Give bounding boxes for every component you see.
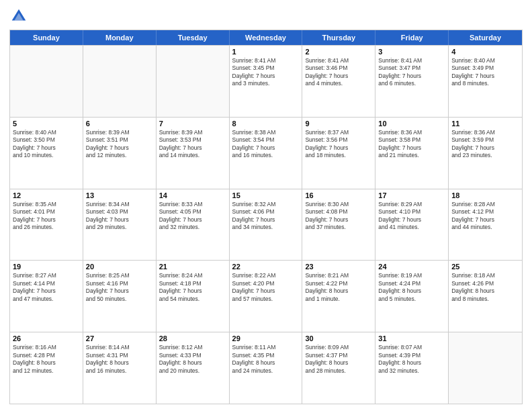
day-info: Sunrise: 8:41 AM Sunset: 3:46 PM Dayligh… (305, 57, 372, 88)
day-number: 9 (305, 120, 372, 128)
logo-icon (9, 7, 28, 26)
day-cell-26: 26Sunrise: 8:16 AM Sunset: 4:28 PM Dayli… (10, 332, 83, 404)
day-cell-1: 1Sunrise: 8:41 AM Sunset: 3:45 PM Daylig… (230, 46, 303, 117)
day-info: Sunrise: 8:34 AM Sunset: 4:03 PM Dayligh… (86, 201, 153, 232)
day-cell-2: 2Sunrise: 8:41 AM Sunset: 3:46 PM Daylig… (302, 46, 375, 117)
day-cell-24: 24Sunrise: 8:19 AM Sunset: 4:24 PM Dayli… (375, 261, 449, 332)
day-number: 4 (451, 48, 519, 56)
day-info: Sunrise: 8:37 AM Sunset: 3:56 PM Dayligh… (305, 129, 372, 160)
day-cell-15: 15Sunrise: 8:32 AM Sunset: 4:06 PM Dayli… (230, 189, 303, 261)
day-info: Sunrise: 8:39 AM Sunset: 3:51 PM Dayligh… (86, 129, 153, 160)
day-info: Sunrise: 8:41 AM Sunset: 3:47 PM Dayligh… (378, 57, 445, 88)
day-cell-10: 10Sunrise: 8:36 AM Sunset: 3:58 PM Dayli… (375, 118, 449, 189)
day-cell-18: 18Sunrise: 8:28 AM Sunset: 4:12 PM Dayli… (449, 189, 522, 261)
empty-cell-4-6 (449, 332, 522, 404)
day-number: 19 (13, 263, 80, 271)
header (9, 7, 523, 26)
day-number: 5 (13, 120, 80, 128)
day-number: 30 (305, 334, 372, 342)
day-number: 22 (232, 263, 300, 271)
day-info: Sunrise: 8:41 AM Sunset: 3:45 PM Dayligh… (232, 57, 300, 88)
day-info: Sunrise: 8:40 AM Sunset: 3:49 PM Dayligh… (451, 57, 519, 88)
day-cell-31: 31Sunrise: 8:07 AM Sunset: 4:39 PM Dayli… (375, 332, 449, 404)
day-cell-4: 4Sunrise: 8:40 AM Sunset: 3:49 PM Daylig… (449, 46, 522, 117)
day-info: Sunrise: 8:39 AM Sunset: 3:53 PM Dayligh… (159, 129, 226, 160)
empty-cell-0-2 (157, 46, 230, 117)
empty-cell-0-1 (83, 46, 157, 117)
day-number: 24 (378, 263, 445, 271)
day-info: Sunrise: 8:09 AM Sunset: 4:37 PM Dayligh… (305, 344, 372, 375)
day-number: 29 (232, 334, 300, 342)
day-number: 7 (159, 120, 226, 128)
day-number: 11 (451, 120, 519, 128)
day-info: Sunrise: 8:38 AM Sunset: 3:54 PM Dayligh… (232, 129, 300, 160)
day-cell-29: 29Sunrise: 8:11 AM Sunset: 4:35 PM Dayli… (230, 332, 303, 404)
day-cell-28: 28Sunrise: 8:12 AM Sunset: 4:33 PM Dayli… (157, 332, 230, 404)
day-number: 21 (159, 263, 226, 271)
day-number: 27 (86, 334, 153, 342)
day-info: Sunrise: 8:14 AM Sunset: 4:31 PM Dayligh… (86, 344, 153, 375)
day-cell-12: 12Sunrise: 8:35 AM Sunset: 4:01 PM Dayli… (10, 189, 83, 261)
day-number: 3 (378, 48, 445, 56)
day-cell-20: 20Sunrise: 8:25 AM Sunset: 4:16 PM Dayli… (83, 261, 157, 332)
day-info: Sunrise: 8:12 AM Sunset: 4:33 PM Dayligh… (159, 344, 226, 375)
day-info: Sunrise: 8:40 AM Sunset: 3:50 PM Dayligh… (13, 129, 80, 160)
calendar-row-1: 5Sunrise: 8:40 AM Sunset: 3:50 PM Daylig… (10, 117, 522, 189)
day-number: 16 (305, 191, 372, 199)
day-info: Sunrise: 8:33 AM Sunset: 4:05 PM Dayligh… (159, 201, 226, 232)
weekday-header-saturday: Saturday (449, 30, 522, 45)
day-cell-27: 27Sunrise: 8:14 AM Sunset: 4:31 PM Dayli… (83, 332, 157, 404)
calendar-row-2: 12Sunrise: 8:35 AM Sunset: 4:01 PM Dayli… (10, 189, 522, 261)
day-info: Sunrise: 8:27 AM Sunset: 4:14 PM Dayligh… (13, 272, 80, 303)
day-info: Sunrise: 8:07 AM Sunset: 4:39 PM Dayligh… (378, 344, 445, 375)
day-number: 31 (378, 334, 445, 342)
weekday-header-thursday: Thursday (302, 30, 375, 45)
day-number: 1 (232, 48, 300, 56)
weekday-header-monday: Monday (83, 30, 157, 45)
calendar: SundayMondayTuesdayWednesdayThursdayFrid… (9, 30, 523, 404)
calendar-header: SundayMondayTuesdayWednesdayThursdayFrid… (10, 30, 522, 45)
weekday-header-friday: Friday (375, 30, 449, 45)
day-cell-22: 22Sunrise: 8:22 AM Sunset: 4:20 PM Dayli… (230, 261, 303, 332)
day-number: 15 (232, 191, 300, 199)
day-cell-21: 21Sunrise: 8:24 AM Sunset: 4:18 PM Dayli… (157, 261, 230, 332)
day-number: 26 (13, 334, 80, 342)
day-number: 12 (13, 191, 80, 199)
day-number: 28 (159, 334, 226, 342)
day-cell-14: 14Sunrise: 8:33 AM Sunset: 4:05 PM Dayli… (157, 189, 230, 261)
logo (9, 7, 31, 26)
weekday-header-wednesday: Wednesday (230, 30, 303, 45)
day-info: Sunrise: 8:11 AM Sunset: 4:35 PM Dayligh… (232, 344, 300, 375)
day-info: Sunrise: 8:21 AM Sunset: 4:22 PM Dayligh… (305, 272, 372, 303)
day-info: Sunrise: 8:36 AM Sunset: 3:58 PM Dayligh… (378, 129, 445, 160)
day-cell-16: 16Sunrise: 8:30 AM Sunset: 4:08 PM Dayli… (302, 189, 375, 261)
day-number: 20 (86, 263, 153, 271)
day-number: 18 (451, 191, 519, 199)
day-cell-3: 3Sunrise: 8:41 AM Sunset: 3:47 PM Daylig… (375, 46, 449, 117)
calendar-row-3: 19Sunrise: 8:27 AM Sunset: 4:14 PM Dayli… (10, 260, 522, 332)
day-cell-6: 6Sunrise: 8:39 AM Sunset: 3:51 PM Daylig… (83, 118, 157, 189)
day-info: Sunrise: 8:30 AM Sunset: 4:08 PM Dayligh… (305, 201, 372, 232)
page-container: SundayMondayTuesdayWednesdayThursdayFrid… (0, 0, 532, 411)
day-number: 25 (451, 263, 519, 271)
weekday-header-tuesday: Tuesday (157, 30, 230, 45)
day-info: Sunrise: 8:24 AM Sunset: 4:18 PM Dayligh… (159, 272, 226, 303)
day-info: Sunrise: 8:19 AM Sunset: 4:24 PM Dayligh… (378, 272, 445, 303)
day-number: 14 (159, 191, 226, 199)
weekday-header-sunday: Sunday (10, 30, 83, 45)
empty-cell-0-0 (10, 46, 83, 117)
day-info: Sunrise: 8:28 AM Sunset: 4:12 PM Dayligh… (451, 201, 519, 232)
day-cell-25: 25Sunrise: 8:18 AM Sunset: 4:26 PM Dayli… (449, 261, 522, 332)
day-info: Sunrise: 8:18 AM Sunset: 4:26 PM Dayligh… (451, 272, 519, 303)
day-info: Sunrise: 8:25 AM Sunset: 4:16 PM Dayligh… (86, 272, 153, 303)
day-cell-5: 5Sunrise: 8:40 AM Sunset: 3:50 PM Daylig… (10, 118, 83, 189)
day-info: Sunrise: 8:16 AM Sunset: 4:28 PM Dayligh… (13, 344, 80, 375)
day-info: Sunrise: 8:35 AM Sunset: 4:01 PM Dayligh… (13, 201, 80, 232)
day-number: 6 (86, 120, 153, 128)
day-cell-11: 11Sunrise: 8:36 AM Sunset: 3:59 PM Dayli… (449, 118, 522, 189)
day-info: Sunrise: 8:36 AM Sunset: 3:59 PM Dayligh… (451, 129, 519, 160)
day-number: 10 (378, 120, 445, 128)
calendar-row-4: 26Sunrise: 8:16 AM Sunset: 4:28 PM Dayli… (10, 332, 522, 404)
calendar-row-0: 1Sunrise: 8:41 AM Sunset: 3:45 PM Daylig… (10, 45, 522, 117)
day-number: 2 (305, 48, 372, 56)
